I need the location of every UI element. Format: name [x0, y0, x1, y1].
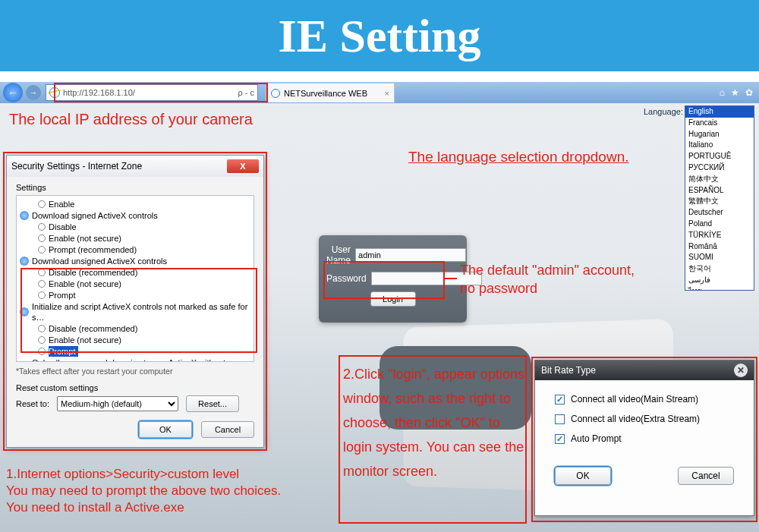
ok-button[interactable]: OK [555, 467, 611, 485]
option-label: Auto Prompt [571, 433, 622, 444]
tab-title: NETSurveillance WEB [284, 89, 367, 98]
language-option[interactable]: 简体中文 [685, 174, 754, 185]
tree-node[interactable]: Only allow approved domains to use Activ… [18, 357, 252, 362]
language-option[interactable]: ESPAÑOL [685, 185, 754, 197]
tree-node[interactable]: Download signed ActiveX controls [18, 210, 252, 222]
username-label: User Name [326, 244, 355, 266]
checkbox-icon[interactable]: ✓ [555, 395, 565, 405]
language-option[interactable]: ไทย [685, 286, 754, 291]
ie-icon [271, 89, 280, 98]
restart-note: *Takes effect after you restart your com… [16, 367, 254, 376]
cancel-button[interactable]: Cancel [678, 467, 734, 485]
tree-option[interactable]: Enable (not secure) [18, 233, 252, 244]
tree-label: Prompt (recommended) [49, 244, 137, 255]
tree-option[interactable]: Enable (not secure) [18, 279, 252, 290]
bitrate-dialog: Bit Rate Type ✕ ✓Connect all video(Main … [534, 360, 754, 516]
radio-icon [38, 325, 46, 332]
close-button[interactable]: X [227, 159, 259, 173]
bitrate-option[interactable]: Connect all video(Extra Stream) [555, 414, 734, 424]
address-bar[interactable]: http://192.168.1.10/ ρ - c [46, 84, 258, 101]
dialog-title: Bit Rate Type [541, 365, 596, 376]
url-controls[interactable]: ρ - c [238, 88, 254, 97]
annotation-login: The default "admin" account, no password [460, 261, 635, 297]
favorites-icon[interactable]: ★ [731, 87, 739, 98]
browser-chrome: ← → http://192.168.1.10/ ρ - c NETSurvei… [0, 82, 759, 103]
tree-label: Download signed ActiveX controls [32, 210, 158, 221]
language-option[interactable]: Poland [685, 219, 754, 230]
tree-node[interactable]: Initialize and script ActiveX controls n… [18, 301, 252, 323]
tree-option[interactable]: Prompt [18, 290, 252, 301]
home-icon[interactable]: ⌂ [720, 87, 725, 98]
annotation-line [445, 278, 457, 279]
back-button[interactable]: ← [3, 83, 23, 102]
cancel-button[interactable]: Cancel [201, 421, 254, 438]
language-option[interactable]: Română [685, 241, 754, 253]
language-option[interactable]: فارسی [685, 275, 754, 286]
language-label: Language: [644, 107, 683, 116]
bitrate-option[interactable]: ✓Connect all video(Main Stream) [555, 394, 734, 405]
page-banner: IE Setting [0, 0, 759, 71]
reset-button[interactable]: Reset... [186, 395, 239, 412]
language-option[interactable]: Italiano [685, 140, 754, 151]
security-settings-dialog: Security Settings - Internet Zone X Sett… [6, 155, 264, 448]
node-icon [20, 257, 29, 266]
radio-icon [38, 348, 46, 355]
close-icon[interactable]: ✕ [734, 364, 748, 377]
annotation-step2: 2.Click "login", appear options window, … [343, 362, 525, 483]
tree-option[interactable]: Disable (recommended) [18, 323, 252, 335]
settings-tree[interactable]: EnableDownload signed ActiveX controlsDi… [16, 195, 254, 362]
language-option[interactable]: 한국어 [685, 263, 754, 275]
language-option[interactable]: English [685, 106, 754, 118]
language-option[interactable]: Francais [685, 118, 754, 129]
annotation-ip: The local IP address of your camera [9, 111, 253, 128]
banner-title: IE Setting [279, 9, 481, 63]
login-button[interactable]: Login [370, 291, 416, 307]
checkbox-icon[interactable]: ✓ [555, 434, 565, 444]
tree-option[interactable]: Disable (recommended) [18, 267, 252, 279]
language-option[interactable]: TÜRKİYE [685, 230, 754, 241]
language-dropdown[interactable]: EnglishFrancaisHugarianItalianoPORTUGUÊР… [685, 105, 754, 291]
language-option[interactable]: 繁體中文 [685, 196, 754, 207]
language-option[interactable]: SUOMI [685, 252, 754, 263]
password-label: Password [326, 273, 371, 284]
radio-icon [38, 246, 46, 253]
language-option[interactable]: РУССКИЙ [685, 162, 754, 174]
tree-label: Only allow approved domains to use Activ… [32, 357, 252, 362]
settings-gear-icon[interactable]: ✿ [745, 87, 753, 98]
tree-label: Prompt [49, 290, 75, 301]
browser-tab[interactable]: NETSurveillance WEB × [266, 83, 395, 102]
reset-level-select[interactable]: Medium-high (default) [57, 396, 178, 411]
checkbox-icon[interactable] [555, 414, 565, 424]
bitrate-option[interactable]: ✓Auto Prompt [555, 433, 734, 444]
radio-icon [38, 291, 46, 299]
annotation-step1: 1.Internet options>Security>custom level… [6, 466, 281, 516]
tree-option[interactable]: Enable (not secure) [18, 335, 252, 346]
tree-node[interactable]: Download unsigned ActiveX controls [18, 256, 252, 267]
tree-label: Disable (recommended) [49, 267, 137, 278]
tree-option[interactable]: Disable [18, 222, 252, 233]
radio-icon [38, 280, 46, 288]
annotation-language: The language selection dropdown. [408, 149, 628, 165]
radio-icon [38, 200, 46, 208]
radio-icon [38, 269, 46, 276]
forward-button[interactable]: → [26, 85, 41, 100]
tree-option[interactable]: Enable [18, 199, 252, 210]
url-text: http://192.168.1.10/ [63, 88, 235, 97]
tree-label: Enable [49, 199, 74, 209]
dialog-title: Security Settings - Internet Zone [11, 161, 142, 172]
username-input[interactable] [355, 248, 466, 262]
language-option[interactable]: PORTUGUÊ [685, 151, 754, 162]
tab-close-icon[interactable]: × [385, 89, 389, 98]
tree-option[interactable]: Prompt [18, 346, 252, 357]
tree-option[interactable]: Prompt (recommended) [18, 244, 252, 256]
radio-icon [38, 235, 46, 242]
option-label: Connect all video(Main Stream) [571, 394, 698, 405]
language-option[interactable]: Hugarian [685, 129, 754, 140]
radio-icon [38, 223, 46, 231]
tree-label: Enable (not secure) [49, 233, 121, 244]
language-option[interactable]: Deutscher [685, 207, 754, 219]
tree-label: Disable (recommended) [49, 323, 137, 334]
settings-group-label: Settings [16, 183, 254, 192]
tree-label: Disable [49, 222, 77, 232]
ok-button[interactable]: OK [139, 421, 192, 438]
